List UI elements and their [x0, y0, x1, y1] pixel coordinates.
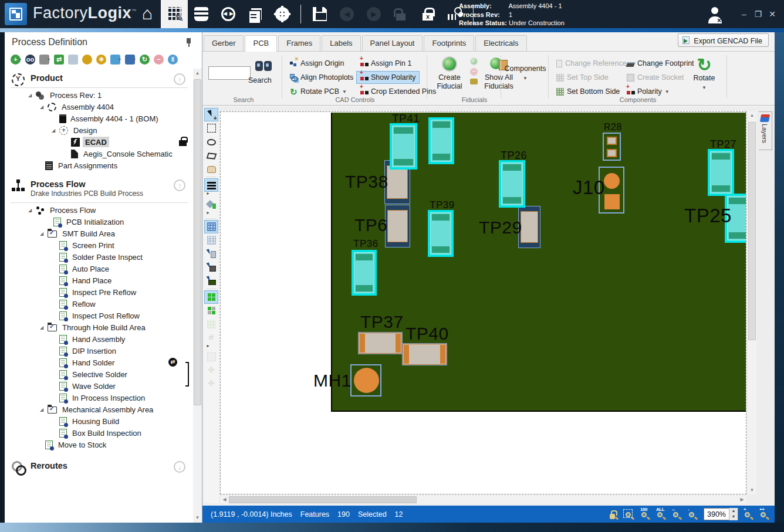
alert-bell-button[interactable] — [82, 55, 92, 65]
zoom-100-icon[interactable]: 100 — [640, 509, 651, 520]
pad-display-alt-tool[interactable] — [204, 304, 218, 317]
component-mh1[interactable] — [350, 364, 381, 397]
zoom-spinner[interactable]: ▲▼ — [729, 508, 738, 520]
component-tp39[interactable] — [428, 210, 454, 257]
tree-item-process-rev-1[interactable]: ◢Process Rev: 1 — [5, 89, 194, 101]
tree-item-assembly-4404[interactable]: ◢Assembly 4404 — [5, 101, 194, 113]
search-binoculars-button[interactable]: oo — [25, 55, 35, 65]
npi-button[interactable] — [161, 0, 188, 28]
tree-item-reflow[interactable]: Reflow — [5, 298, 194, 310]
component-tp40[interactable] — [402, 343, 447, 365]
tree-item-wave-solder[interactable]: Wave Solder — [5, 380, 194, 392]
collapse-up-icon[interactable]: ↑ — [174, 179, 185, 191]
discard-lock-button[interactable]: x — [414, 0, 441, 28]
zoom-level-control[interactable]: 390%▲▼ — [704, 508, 738, 520]
sync-button[interactable]: ⇄ — [54, 55, 64, 65]
select-by-board-tool[interactable] — [204, 274, 218, 287]
component-tp27[interactable] — [708, 149, 734, 196]
pan-hand-tool[interactable] — [204, 162, 218, 175]
tree-item-smt-build-area[interactable]: ◢SMT Build Area — [5, 228, 194, 239]
tree-item-dip-insertion[interactable]: DIP Insertion — [5, 345, 194, 357]
pin-icon[interactable] — [185, 38, 191, 46]
horizontal-scrollbar[interactable]: ◀ ▶ — [220, 496, 746, 504]
zoom-in-double-icon[interactable]: ++ — [759, 509, 770, 520]
tree-item-solder-paste-inspect[interactable]: Solder Paste Inspect — [5, 251, 194, 263]
fill-flyout[interactable]: ▸ — [204, 211, 218, 217]
zoom-window-icon[interactable] — [624, 509, 635, 520]
save-button[interactable] — [306, 0, 333, 28]
tree-item-in-process-inspection[interactable]: In Process Inspection — [5, 392, 194, 404]
logout-button[interactable] — [702, 0, 729, 28]
reroute-icon[interactable]: ⇄ — [168, 358, 177, 367]
settings-gear-button[interactable]: ✳ — [96, 55, 106, 65]
tree-expander-icon[interactable]: ◢ — [28, 93, 34, 98]
tree-item-pcb-initialization[interactable]: PCB Initialization — [5, 216, 194, 228]
tab-frames[interactable]: Frames — [278, 35, 320, 51]
tree-item-box-build-inspection[interactable]: Box Build Inspection — [5, 427, 194, 439]
scroll-up-icon[interactable]: ▲ — [193, 69, 202, 78]
component-tp29[interactable] — [518, 206, 540, 248]
tree-expander-icon[interactable]: ◢ — [40, 231, 46, 236]
tree-item-inspect-pre-reflow[interactable]: Inspect Pre Reflow — [5, 286, 194, 298]
tree-expander-icon[interactable]: ◢ — [28, 208, 34, 213]
tree-item-housing-build[interactable]: Housing Build — [5, 415, 194, 427]
search-button[interactable]: Search — [248, 76, 272, 84]
tree-expander-icon[interactable]: ◢ — [40, 407, 46, 412]
marquee-select-tool[interactable] — [204, 121, 218, 135]
search-input[interactable] — [208, 66, 251, 80]
tab-pcb[interactable]: PCB — [245, 35, 277, 52]
collapse-down-icon[interactable]: ↓ — [174, 461, 185, 473]
inspect-button[interactable] — [68, 55, 78, 65]
tree-item-hand-place[interactable]: Hand Place — [5, 275, 194, 286]
search-binoculars-icon[interactable] — [254, 57, 274, 75]
component-r28[interactable] — [603, 133, 621, 161]
pad-display-tool[interactable] — [204, 290, 218, 304]
product-section-header[interactable]: Product ↑ — [5, 69, 194, 85]
tree-item-mechanical-assembly-area[interactable]: ◢Mechanical Assembly Area — [5, 404, 194, 415]
tree-expander-icon[interactable]: ◢ — [40, 104, 46, 110]
tree-item-design[interactable]: ◢Design — [5, 124, 194, 136]
polygon-select-tool[interactable] — [204, 148, 218, 162]
tree-item-through-hole-build-area[interactable]: ◢Through Hole Build Area — [5, 321, 194, 333]
minimize-button[interactable]: – — [738, 9, 750, 19]
logistics-button[interactable] — [215, 0, 242, 28]
layer-flyout[interactable]: ▸ — [204, 192, 218, 198]
scrollbar-thumb[interactable] — [194, 79, 201, 405]
fiducial-mini-icon[interactable] — [470, 57, 478, 65]
delete-button[interactable]: ▾ — [125, 55, 136, 65]
layers-flyout-tab[interactable]: Layers — [759, 111, 772, 150]
tree-item-move-to-stock[interactable]: Move to Stock — [5, 439, 194, 450]
create-fiducial-button[interactable]: Create Fiducial — [431, 56, 468, 91]
component-tp36[interactable] — [352, 250, 377, 296]
set-bottom-side-button[interactable]: Set Bottom Side — [552, 85, 624, 98]
grid-alt-tool[interactable] — [204, 233, 218, 247]
zoom-out-icon[interactable]: - — [688, 509, 698, 520]
process-flow-section-header[interactable]: Process Flow Drake Industries PCB Build … — [5, 175, 194, 200]
print-button[interactable]: ▾ — [39, 55, 50, 65]
tree-item-screen-print[interactable]: Screen Print — [5, 239, 194, 251]
component-tp37[interactable] — [358, 332, 403, 354]
maximize-button[interactable]: ❐ — [752, 9, 764, 19]
hscroll-thumb[interactable] — [229, 496, 417, 503]
tree-item-process-flow[interactable]: ◢Process Flow — [5, 204, 194, 216]
assign-origin-button[interactable]: Assign Origin — [286, 57, 348, 70]
close-button[interactable]: ✕ — [766, 9, 778, 19]
component-j10[interactable] — [599, 167, 624, 214]
tree-expander-icon[interactable]: ◢ — [40, 325, 46, 330]
export-image-button[interactable]: ▾ — [110, 55, 121, 65]
show-polarity-button[interactable]: Show Polarity — [356, 71, 420, 84]
pcb-viewport[interactable]: TP41TP38TP6TP39TP36TP26TP29R28J10TP27TP2… — [220, 111, 746, 494]
tab-gerber[interactable]: Gerber — [204, 35, 244, 51]
components-dropdown-button[interactable]: Components▼ — [503, 65, 548, 83]
scroll-down-icon[interactable]: ▼ — [193, 513, 202, 523]
remove-fiducial-icon[interactable]: − — [470, 68, 478, 76]
tree-item-assembly-4404-1-bom-[interactable]: Assembly 4404 - 1 (BOM) — [5, 113, 194, 124]
tree-item-selective-solder[interactable]: Selective Solder — [5, 368, 194, 380]
system-config-button[interactable] — [269, 0, 296, 28]
tree-item-aegis-console-schematic[interactable]: Aegis_Console Schematic — [5, 148, 194, 160]
select-by-device-tool[interactable] — [204, 247, 218, 260]
sidebar-scrollbar[interactable]: ▲ ▼ — [193, 69, 202, 523]
tree-item-hand-assembly[interactable]: Hand Assembly — [5, 333, 194, 345]
tree-expander-icon[interactable]: ◢ — [52, 128, 58, 133]
zoom-all-icon[interactable]: ALL — [656, 509, 667, 520]
